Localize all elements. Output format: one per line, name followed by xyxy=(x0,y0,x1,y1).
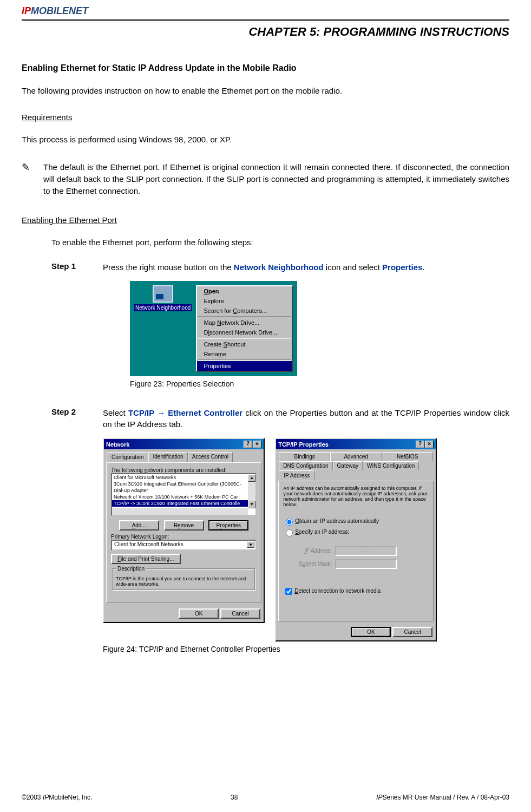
menu-rename[interactable]: Rename xyxy=(197,349,292,359)
scroll-up-icon[interactable]: ▴ xyxy=(248,474,255,482)
logo-net: NET xyxy=(69,5,88,16)
logo-ip: IP xyxy=(22,5,31,16)
footer-right: IPSeries MR User Manual / Rev. A / 08-Ap… xyxy=(376,794,509,801)
figure-24-caption: Figure 24: TCP/IP and Ethernet Controlle… xyxy=(103,645,509,653)
section-title: Enabling Ethernet for Static IP Address … xyxy=(22,63,509,73)
page-footer: ©2003 IPMobileNet, Inc. 38 IPSeries MR U… xyxy=(22,794,509,801)
enabling-heading: Enabling the Ethernet Port xyxy=(22,215,509,225)
subnet-field[interactable]: . . . xyxy=(335,559,397,569)
remove-button[interactable]: Remove xyxy=(164,520,204,531)
chapter-header: CHAPTER 5: PROGRAMMING INSTRUCTIONS xyxy=(22,25,509,39)
menu-disconnect-drive[interactable]: Disconnect Network Drive... xyxy=(197,328,292,337)
help-button[interactable]: ? xyxy=(416,441,424,448)
subnet-label: Subnet Mask: xyxy=(293,561,332,567)
cancel-button[interactable]: Cancel xyxy=(392,627,432,637)
tab-bindings[interactable]: Bindings xyxy=(279,452,330,461)
properties-button[interactable]: Properties xyxy=(208,520,248,531)
close-button[interactable]: × xyxy=(425,441,434,448)
ip-address-field[interactable]: . . . xyxy=(335,546,397,556)
ip-desc: An IP address can be automatically assig… xyxy=(283,486,429,507)
requirements-text: This process is performed using Windows … xyxy=(22,134,509,145)
network-neighborhood-kw: Network Neighborhood xyxy=(234,263,324,272)
ip-address-label: IP Address: xyxy=(293,548,332,554)
ok-button[interactable]: OK xyxy=(351,627,391,637)
tcpip-ethernet-kw: TCP/IP → Ethernet Controller xyxy=(128,408,242,417)
step-2: Step 2 Select TCP/IP → Ethernet Controll… xyxy=(51,407,509,430)
menu-explore[interactable]: Explore xyxy=(197,296,292,306)
close-button[interactable]: × xyxy=(253,441,261,448)
tab-gateway[interactable]: Gateway xyxy=(333,461,363,470)
file-print-sharing-button[interactable]: File and Print Sharing... xyxy=(111,554,181,564)
tab-dns[interactable]: DNS Configuration xyxy=(279,461,332,470)
footer-left: ©2003 IPMobileNet, Inc. xyxy=(22,794,92,801)
logo-mobile: MOBILE xyxy=(31,5,69,16)
logo: IPMOBILENET xyxy=(22,5,509,17)
add-button[interactable]: Add... xyxy=(119,520,159,531)
scroll-down-icon[interactable]: ▾ xyxy=(248,501,255,508)
tcpip-titlebar: TCP/IP Properties ?× xyxy=(276,439,436,449)
tcpip-dialog: TCP/IP Properties ?× Bindings Advanced N… xyxy=(275,438,437,641)
step-1-text: Press the right mouse button on the Netw… xyxy=(103,261,509,273)
list-item[interactable]: Client for Microsoft Networks xyxy=(112,474,255,481)
note-row: ✎ The default is the Ethernet port. If E… xyxy=(22,161,509,197)
tab-identification[interactable]: Identification xyxy=(148,452,187,462)
tab-configuration[interactable]: Configuration xyxy=(107,452,148,462)
list-item[interactable]: Dial-Up Adapter xyxy=(112,487,255,494)
figure-24-screenshot: Network ?× Configuration Identification … xyxy=(103,438,509,641)
list-item[interactable]: 3Com 3C920 Integrated Fast Ethernet Cont… xyxy=(112,481,255,487)
requirements-heading: Requirements xyxy=(22,113,509,122)
menu-search[interactable]: Search for Computers... xyxy=(197,306,292,316)
cancel-button[interactable]: Cancel xyxy=(220,608,260,619)
tab-advanced[interactable]: Advanced xyxy=(330,452,382,461)
note-text: The default is the Ethernet port. If Eth… xyxy=(43,161,509,197)
menu-open[interactable]: Open xyxy=(197,286,292,296)
list-item-selected[interactable]: TCP/IP -> 3Com 3C920 Integrated Fast Eth… xyxy=(112,500,255,507)
step-2-label: Step 2 xyxy=(51,407,103,430)
step-1-label: Step 1 xyxy=(51,261,103,273)
radio-obtain-auto[interactable]: Obtain an IP address automatically xyxy=(283,517,429,526)
primary-logon-label: Primary Network Logon: xyxy=(111,534,257,540)
properties-kw: Properties xyxy=(382,263,422,272)
step-2-text: Select TCP/IP → Ethernet Controller clic… xyxy=(103,407,509,430)
tab-access-control[interactable]: Access Control xyxy=(188,452,233,462)
list-item[interactable]: Network of Xircom 10/100 Network + 56K M… xyxy=(112,494,255,500)
context-menu: Open Explore Search for Computers... Map… xyxy=(196,285,293,372)
radio-specify[interactable]: Specify an IP address: xyxy=(283,528,429,536)
network-titlebar: Network ?× xyxy=(104,439,264,449)
pencil-icon: ✎ xyxy=(22,161,43,197)
intro-paragraph: The following provides instruction on ho… xyxy=(22,85,509,96)
description-group: Description TCP/IP is the protocol you u… xyxy=(112,566,255,591)
tab-netbios[interactable]: NetBIOS xyxy=(382,452,433,461)
components-listbox[interactable]: Client for Microsoft Networks 3Com 3C920… xyxy=(111,473,257,516)
header-rule xyxy=(22,19,509,21)
menu-create-shortcut[interactable]: Create Shortcut xyxy=(197,339,292,349)
enabling-intro: To enable the Ethernet port, perform the… xyxy=(51,237,509,248)
primary-logon-dropdown[interactable]: Client for Microsoft Networks xyxy=(111,540,257,551)
tab-wins[interactable]: WINS Configuration xyxy=(363,461,419,470)
network-neighborhood-desktop-icon[interactable]: Network Neighborhood xyxy=(134,285,192,311)
menu-properties[interactable]: Properties xyxy=(197,361,292,371)
tab-ip-address[interactable]: IP Address xyxy=(279,470,314,481)
ok-button[interactable]: OK xyxy=(179,608,219,619)
step-1: Step 1 Press the right mouse button on t… xyxy=(51,261,509,273)
page-number: 38 xyxy=(92,794,376,801)
figure-23-screenshot: Network Neighborhood Open Explore Search… xyxy=(130,281,297,376)
network-dialog: Network ?× Configuration Identification … xyxy=(103,438,265,623)
help-button[interactable]: ? xyxy=(244,441,252,448)
components-label: The following network components are ins… xyxy=(111,467,257,473)
menu-map-drive[interactable]: Map Network Drive... xyxy=(197,318,292,328)
detect-checkbox-row[interactable]: Detect connection to network media xyxy=(283,586,429,597)
figure-23-caption: Figure 23: Properties Selection xyxy=(130,379,509,388)
computer-icon xyxy=(153,285,173,303)
